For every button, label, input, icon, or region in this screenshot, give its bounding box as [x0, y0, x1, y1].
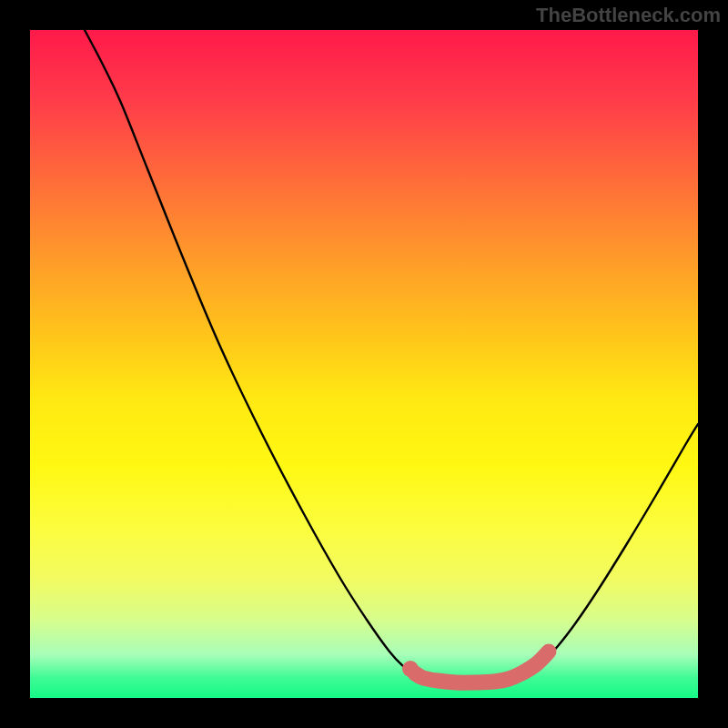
highlight-curve-path: [415, 652, 549, 682]
chart-svg: [30, 30, 698, 698]
chart-container: TheBottleneck.com: [0, 0, 728, 728]
plot-area: [30, 30, 698, 698]
main-curve-path: [85, 30, 698, 682]
watermark-text: TheBottleneck.com: [536, 4, 721, 27]
